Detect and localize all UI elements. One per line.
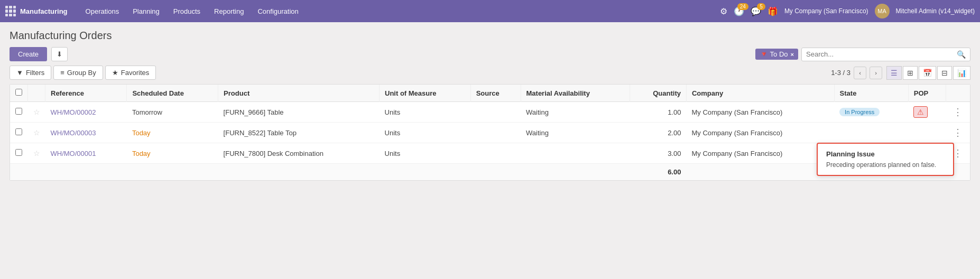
favorites-button[interactable]: ★ Favorites [105,66,156,80]
filter-row-right: 1-3 / 3 ‹ › ☰ ⊞ 📅 ⊟ 📊 [831,66,970,80]
page-title: Manufacturing Orders [10,30,970,42]
row-state [834,123,908,143]
row-product: [FURN_9666] Table [218,102,380,123]
table-row: ☆ WH/MO/00003 Today [FURN_8522] Table To… [10,123,970,143]
col-header-uom: Unit of Measure [380,85,471,102]
row-product: [FURN_7800] Desk Combination [218,143,380,164]
row-kebab-cell: ⋮ [946,123,970,143]
grid-icon [5,6,16,16]
filter-tag-label: 🔻 To Do [760,50,788,58]
pop-warning-icon[interactable]: ⚠ [913,106,928,118]
row-uom: Units [380,123,471,143]
row-quantity: 2.00 [630,123,686,143]
kanban-view-button[interactable]: ⊞ [903,66,918,80]
col-header-reference: Reference [45,85,127,102]
row-company: My Company (San Francisco) [686,102,834,123]
search-input[interactable] [806,50,957,58]
chart-view-button[interactable]: 📊 [953,66,970,80]
filter-icon: ▼ [16,69,23,77]
menu-item-products[interactable]: Products [167,4,207,18]
col-header-kebab [946,85,970,102]
total-quantity: 6.00 [630,164,686,181]
row-checkbox-cell [10,143,28,164]
planning-issue-popup: Planning Issue Preceding operations plan… [817,143,954,176]
row-star-icon[interactable]: ☆ [33,108,40,116]
row-star-cell: ☆ [28,143,45,164]
row-pop: ⚠ [908,102,946,123]
row-reference[interactable]: WH/MO/00001 [45,143,127,164]
next-page-button[interactable]: › [870,67,882,79]
star-icon: ★ [112,69,118,77]
row-scheduled-date: Today [127,143,218,164]
row-material-availability: Waiting [521,123,630,143]
company-name: My Company (San Francisco) [784,7,868,15]
row-source [470,143,521,164]
col-header-pop: POP [908,85,946,102]
debug-icon-btn[interactable]: ⚙ [720,6,727,16]
main-content: Manufacturing Orders Create ⬇ 🔻 To Do × … [0,22,980,188]
row-product: [FURN_8522] Table Top [218,123,380,143]
user-avatar[interactable]: MA [875,4,890,18]
app-title: Manufacturing [20,7,68,15]
calendar-view-button[interactable]: 📅 [919,66,936,80]
menu-item-operations[interactable]: Operations [79,4,126,18]
col-header-product: Product [218,85,380,102]
row-material-availability: Waiting [521,102,630,123]
row-kebab-menu[interactable]: ⋮ [951,107,965,117]
main-menu: Operations Planning Products Reporting C… [79,4,717,18]
filters-button[interactable]: ▼ Filters [10,66,51,80]
filter-tag-close[interactable]: × [791,51,794,58]
row-checkbox[interactable] [15,149,22,156]
row-checkbox-cell [10,123,28,143]
activity-badge: 24 [737,3,748,10]
menu-item-configuration[interactable]: Configuration [251,4,304,18]
user-name: Mitchell Admin (v14_widget) [896,7,975,15]
row-scheduled-date: Tomorrow [127,102,218,123]
message-icon-btn[interactable]: 💬 5 [751,6,761,16]
search-box: 🔍 [801,48,970,61]
app-logo[interactable]: Manufacturing [5,6,68,16]
list-view-button[interactable]: ☰ [886,66,902,80]
group-by-button[interactable]: ≡ Group By [53,66,103,80]
search-area: 🔻 To Do × 🔍 [755,48,970,61]
top-navigation: Manufacturing Operations Planning Produc… [0,0,980,22]
orders-table-wrapper: Reference Scheduled Date Product Unit of… [10,84,970,181]
create-button[interactable]: Create [10,47,47,61]
filter-row: ▼ Filters ≡ Group By ★ Favorites 1-3 / 3… [10,66,970,80]
col-header-source: Source [470,85,521,102]
pivot-view-button[interactable]: ⊟ [937,66,952,80]
row-scheduled-date: Today [127,123,218,143]
row-reference[interactable]: WH/MO/00002 [45,102,127,123]
planning-issue-title: Planning Issue [826,150,945,158]
menu-item-reporting[interactable]: Reporting [208,4,250,18]
row-checkbox[interactable] [15,128,22,135]
row-reference[interactable]: WH/MO/00003 [45,123,127,143]
row-star-icon[interactable]: ☆ [33,149,40,157]
activity-icon-btn[interactable]: 🕐 24 [734,6,744,16]
row-quantity: 1.00 [630,102,686,123]
row-star-cell: ☆ [28,102,45,123]
group-by-label: Group By [67,69,96,77]
search-icon[interactable]: 🔍 [957,50,966,59]
view-switcher: ☰ ⊞ 📅 ⊟ 📊 [886,66,970,80]
col-header-material: Material Availability [521,85,630,102]
row-checkbox[interactable] [15,108,22,115]
filters-label: Filters [26,69,44,77]
row-source [470,123,521,143]
gift-icon-btn[interactable]: 🎁 [768,6,778,16]
col-header-state: State [834,85,908,102]
row-uom: Units [380,143,471,164]
select-all-checkbox[interactable] [15,89,22,96]
filter-buttons: ▼ Filters ≡ Group By ★ Favorites [10,66,156,80]
col-header-checkbox [10,85,28,102]
row-kebab-menu[interactable]: ⋮ [951,127,965,138]
row-star-icon[interactable]: ☆ [33,128,40,137]
menu-item-planning[interactable]: Planning [126,4,166,18]
row-state: In Progress [834,102,908,123]
download-button[interactable]: ⬇ [51,47,68,61]
prev-page-button[interactable]: ‹ [854,67,866,79]
filter-tag-todo: 🔻 To Do × [755,49,798,60]
row-material-availability [521,143,630,164]
groupby-icon: ≡ [60,69,64,77]
row-source [470,102,521,123]
